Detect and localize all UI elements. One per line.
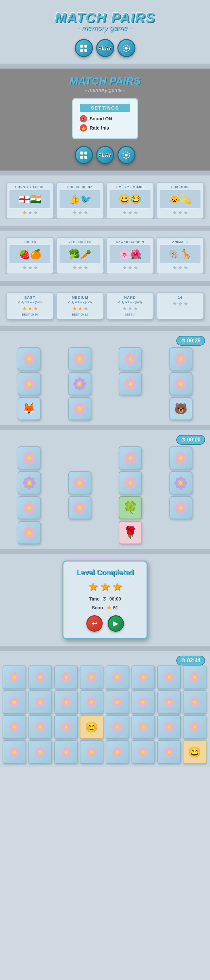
game-section-2: ⏱ 00:00 🍀 (0, 430, 210, 549)
game-card-fox[interactable]: 🦊 (18, 397, 41, 420)
game-card-sm[interactable] (80, 740, 103, 764)
game-card[interactable] (119, 372, 142, 395)
game-card[interactable] (18, 471, 41, 494)
category-flags[interactable]: COUNTRY FLAGS 🏴󠁧󠁢󠁥󠁮󠁧󠁿🇮🇳 ★ ★ ★ (6, 182, 54, 219)
game-card-sm[interactable]: 😄 (183, 740, 207, 764)
game-card-sm[interactable] (28, 715, 52, 739)
settings-play-button[interactable]: PLAY (96, 146, 114, 164)
game-card-clover[interactable]: 🍀 (119, 496, 142, 519)
rate-setting[interactable]: 👍 Rate this (80, 124, 130, 132)
game-card-sm[interactable] (106, 690, 129, 714)
game-card-sm[interactable] (28, 690, 52, 714)
svg-point-96 (82, 407, 86, 411)
category-kawaii-label: KAWAII GARDEN (110, 240, 150, 244)
game-card-sm[interactable] (80, 690, 103, 714)
complete-buttons: ↩ ▶ (73, 615, 137, 632)
game-card-tulip[interactable]: 🌹 (119, 521, 142, 544)
game-card-sm[interactable] (131, 665, 155, 689)
category-vegetables[interactable]: VEGETABLES 🥦🥕 ★ ★ ★ (56, 237, 104, 274)
timer-icon-1: ⏱ (181, 338, 185, 344)
diff-hard[interactable]: HARD Only 9 Pairs (6x3) ★ ★ ★ BEST :- (106, 292, 154, 320)
svg-point-211 (27, 531, 31, 535)
category-animals[interactable]: ANIMALS 🐘🦒 ★ ★ ★ (156, 237, 204, 274)
svg-point-390 (41, 729, 44, 732)
svg-point-251 (90, 676, 93, 679)
game-card[interactable] (169, 496, 192, 519)
game-card-sm[interactable] (54, 715, 78, 739)
star-1: ★ (122, 265, 127, 271)
game-card-sm[interactable] (157, 690, 181, 714)
svg-point-33 (128, 352, 133, 356)
game-card-sm[interactable] (183, 690, 207, 714)
play-button[interactable]: PLAY (96, 39, 114, 57)
back-button[interactable]: ↩ (86, 615, 103, 632)
divider-8 (0, 646, 210, 651)
game-card-sm[interactable] (80, 665, 103, 689)
game-card[interactable] (119, 471, 142, 494)
game-card-sm[interactable]: 😊 (80, 715, 103, 739)
game-card-sm[interactable] (54, 665, 78, 689)
game-card[interactable] (18, 496, 41, 519)
game-card-sm[interactable] (3, 665, 26, 689)
category-emoji[interactable]: SMILEY EMOJIS 😀😂 ★ ★ ★ (106, 182, 154, 219)
game-card-sm[interactable] (131, 690, 155, 714)
category-fruits[interactable]: FRUITS 🍓🍊 ★ ★ ★ (6, 237, 54, 274)
game-card[interactable] (18, 347, 41, 370)
game-card-sm[interactable] (28, 665, 52, 689)
game-card-sm[interactable] (106, 715, 129, 739)
game-card-sm[interactable] (106, 740, 129, 764)
diff-extra[interactable]: 14 ★ ★ ★ (156, 292, 204, 320)
svg-point-281 (167, 676, 171, 679)
svg-point-30 (81, 360, 85, 364)
settings-grid-button[interactable] (75, 146, 93, 164)
svg-point-298 (16, 698, 19, 701)
category-pokemon[interactable]: POKÉMON 🐱💫 ★ ★ ★ (156, 182, 204, 219)
game-card[interactable] (169, 372, 192, 395)
game-card[interactable] (119, 347, 142, 370)
game-card[interactable] (169, 446, 192, 469)
game-card-sm[interactable] (131, 715, 155, 739)
diff-easy[interactable]: EASY Only 3 Pairs (3x2) ★ ★ ★ BEST 00:10 (6, 292, 54, 320)
category-kawaii[interactable]: KAWAII GARDEN 🌸🌺 ★ ★ ★ (106, 237, 154, 274)
settings-button[interactable] (117, 39, 136, 57)
category-social[interactable]: SOCIAL MEDIA 👍🐦 ★ ★ ★ (56, 182, 104, 219)
svg-point-67 (74, 379, 78, 382)
game-card-sm[interactable] (157, 665, 181, 689)
game-card-sm[interactable] (157, 715, 181, 739)
game-card-sm[interactable] (54, 690, 78, 714)
game-card[interactable] (68, 347, 91, 370)
game-card[interactable] (169, 471, 192, 494)
svg-point-263 (141, 672, 145, 675)
game-card-bear[interactable]: 🐻 (169, 397, 192, 420)
game-card-sm[interactable] (28, 740, 52, 764)
game-card[interactable] (68, 372, 91, 395)
game-card-sm[interactable] (3, 690, 26, 714)
game-card-sm[interactable] (131, 740, 155, 764)
svg-point-47 (176, 354, 179, 358)
grid-button[interactable] (75, 39, 93, 57)
svg-point-40 (132, 360, 136, 364)
svg-point-316 (68, 700, 72, 704)
game-card-sm[interactable] (183, 715, 207, 739)
game-card-sm[interactable] (3, 715, 26, 739)
svg-point-336 (119, 700, 123, 704)
game-card[interactable] (169, 347, 192, 370)
game-card-sm[interactable] (54, 740, 78, 764)
game-card[interactable] (68, 397, 91, 420)
game-card[interactable] (18, 446, 41, 469)
game-card-sm[interactable] (183, 665, 207, 689)
game-card[interactable] (68, 496, 91, 519)
game-card[interactable] (68, 471, 91, 494)
sound-setting[interactable]: 🔊 Sound ON (80, 115, 130, 123)
settings-menu-button[interactable] (117, 146, 136, 164)
game-card[interactable] (18, 521, 41, 544)
game-card[interactable] (18, 372, 41, 395)
diff-medium[interactable]: MEDIUM Only 6 Pairs (4x3) ★ ★ ★ BEST 00:… (56, 292, 104, 320)
game-card-sm[interactable] (157, 740, 181, 764)
star-3: ★ (84, 265, 88, 271)
game-card[interactable] (119, 446, 142, 469)
continue-button[interactable]: ▶ (107, 615, 124, 632)
game-grid-1: 🦊 🐻 (3, 347, 207, 420)
game-card-sm[interactable] (3, 740, 26, 764)
game-card-sm[interactable] (106, 665, 129, 689)
